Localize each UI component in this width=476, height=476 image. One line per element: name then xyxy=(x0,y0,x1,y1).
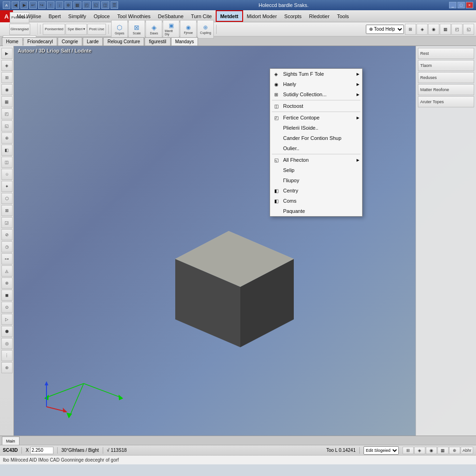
sidebar-btn-26[interactable]: ⋮ xyxy=(1,350,13,361)
tab-figurestil[interactable]: Reloug Conture xyxy=(103,37,144,46)
title-btn-10[interactable]: ◱ xyxy=(92,1,100,9)
menu-scorpts[interactable]: Scorpts xyxy=(281,10,305,22)
window-controls[interactable]: _ □ × xyxy=(449,2,473,8)
bottom-tab-main[interactable]: Main xyxy=(2,436,20,445)
tab-mandays[interactable]: figurestil xyxy=(145,37,170,46)
help-dropdown[interactable]: ⊕ Tood Help xyxy=(366,25,404,34)
btn-gopes[interactable]: ⬡Gopes xyxy=(111,20,128,39)
sidebar-btn-7[interactable]: ◱ xyxy=(1,120,13,132)
btn-fjmoe[interactable]: ◉Fjmoe xyxy=(180,20,197,39)
tb-right-6[interactable]: ◱ xyxy=(463,24,474,35)
close-button[interactable]: × xyxy=(466,2,473,8)
sidebar-btn-8[interactable]: ⊕ xyxy=(1,132,13,144)
sidebar-btn-18[interactable]: ⊶ xyxy=(1,253,13,264)
minimize-button[interactable]: _ xyxy=(449,2,456,8)
status-btn-5[interactable]: ⊕ xyxy=(449,447,460,454)
right-panel-btn-matter[interactable]: Matter Reofone xyxy=(418,84,474,95)
tb-right-1[interactable]: ⊞ xyxy=(405,24,416,35)
tab-friondecaryl[interactable]: Home xyxy=(2,37,23,46)
menu-oploce[interactable]: Oploce xyxy=(90,10,113,22)
maximize-button[interactable]: □ xyxy=(457,2,465,8)
right-panel-btn-rest[interactable]: Rest xyxy=(418,48,474,59)
right-panel-btn-aruter[interactable]: Aruter Topes xyxy=(418,96,474,107)
dropdown-item-gliupoy[interactable]: Гliupoy xyxy=(270,175,362,185)
title-btn-3[interactable]: ↩ xyxy=(29,1,37,9)
dropdown-item-centry[interactable]: ◧ Centry xyxy=(270,185,362,196)
menu-desbatune[interactable]: DeSbatune xyxy=(154,10,187,22)
btn-ponisented[interactable]: Ponisented xyxy=(43,24,65,35)
status-btn-1[interactable]: ⊞ xyxy=(403,447,414,454)
title-btn-8[interactable]: ▦ xyxy=(73,1,81,9)
title-btn-11[interactable]: ◫ xyxy=(101,1,109,9)
menu-metdett[interactable]: Metdett xyxy=(216,10,243,22)
tab-congrie[interactable]: Friondecaryl xyxy=(23,37,57,46)
dropdown-item-selip[interactable]: Selip xyxy=(270,165,362,175)
sidebar-btn-4[interactable]: ◉ xyxy=(1,84,13,95)
dropdown-item-sights[interactable]: ◈ Sights Tum F Tole xyxy=(270,69,362,79)
title-btn-7[interactable]: ⊕ xyxy=(65,1,72,9)
menu-midort[interactable]: Midort Moder xyxy=(243,10,281,22)
sidebar-btn-19[interactable]: ◬ xyxy=(1,265,13,277)
menu-rledotier[interactable]: Rledotier xyxy=(305,10,333,22)
btn-daws[interactable]: ◈Daws xyxy=(145,20,162,39)
sidebar-btn-10[interactable]: ◫ xyxy=(1,157,13,168)
btn-cupling[interactable]: ⊕Cupling xyxy=(197,20,214,39)
edit-dropdown[interactable]: Edit Slogeied xyxy=(364,446,399,455)
sidebar-btn-25[interactable]: ◎ xyxy=(1,338,13,349)
right-panel-btn-reduses[interactable]: Reduses xyxy=(418,72,474,83)
dropdown-item-cander[interactable]: Cander For Contion Shup xyxy=(270,133,362,143)
menu-mel[interactable]: Mel Wjilise xyxy=(13,10,45,22)
sidebar-btn-11[interactable]: ☆ xyxy=(1,169,13,180)
sidebar-btn-27[interactable]: ⊛ xyxy=(1,362,13,373)
dropdown-item-roctoost[interactable]: ◫ Roctoost xyxy=(270,101,362,111)
title-btn-6[interactable]: ↓ xyxy=(56,1,63,9)
menu-tool-win[interactable]: Tool Winothies xyxy=(113,10,154,22)
title-btn-5[interactable]: ↑ xyxy=(47,1,54,9)
dropdown-item-sutidiy[interactable]: ⊞ Sutidiy Collection... xyxy=(270,89,362,99)
btn-spe-bleri[interactable]: Spe Bleri ▾ xyxy=(66,24,86,35)
sidebar-btn-6[interactable]: ◰ xyxy=(1,108,13,119)
title-btn-4[interactable]: ↪ xyxy=(38,1,46,9)
sidebar-btn-12[interactable]: ✦ xyxy=(1,181,13,192)
tb-right-5[interactable]: ◰ xyxy=(451,24,463,35)
dropdown-item-oulier[interactable]: Oulier.. xyxy=(270,143,362,153)
coord-x-input[interactable] xyxy=(30,447,53,454)
dropdown-item-fertice[interactable]: ◰ Fertice Contope xyxy=(270,112,362,123)
sidebar-btn-13[interactable]: ⬡ xyxy=(1,193,13,204)
status-btn-2[interactable]: ◈ xyxy=(414,447,425,454)
btn-mantt[interactable]: ▣Mantt Diy xyxy=(163,20,179,39)
sidebar-btn-17[interactable]: ◷ xyxy=(1,241,13,252)
title-btn-1[interactable]: ◀ xyxy=(12,1,19,9)
status-btn-4[interactable]: ▦ xyxy=(437,447,449,454)
btn-post-use[interactable]: Post.Use xyxy=(87,24,106,35)
tb-right-3[interactable]: ◉ xyxy=(428,24,439,35)
status-btn-3[interactable]: ◉ xyxy=(426,447,437,454)
title-btn-9[interactable]: ◰ xyxy=(83,1,91,9)
title-btn-2[interactable]: ▶ xyxy=(20,1,28,9)
tab-reloug[interactable]: Larde xyxy=(83,37,103,46)
sidebar-btn-3[interactable]: ⊞ xyxy=(1,72,13,83)
status-btn-6[interactable]: Abhr xyxy=(461,447,473,454)
title-btn-12[interactable]: ☰ xyxy=(111,1,118,9)
btn-scale[interactable]: ⊠Scale xyxy=(128,20,145,39)
dropdown-item-coms[interactable]: ◧ Coms xyxy=(270,196,362,206)
dropdown-item-all-fhecton[interactable]: ◱ All Fhecton xyxy=(270,155,362,165)
sidebar-btn-2[interactable]: ◈ xyxy=(1,60,13,71)
menu-simplify[interactable]: Simplify xyxy=(65,10,90,22)
tab-larde[interactable]: Congrie xyxy=(58,37,82,46)
tab-mandays2[interactable]: Mandays xyxy=(171,37,198,46)
sidebar-btn-1[interactable]: ▶ xyxy=(1,48,13,59)
tb-right-4[interactable]: ▦ xyxy=(440,24,451,35)
sidebar-btn-15[interactable]: ◲ xyxy=(1,217,13,228)
menu-tools[interactable]: Tools xyxy=(333,10,353,22)
dropdown-item-paquante[interactable]: Paquante xyxy=(270,206,362,216)
dropdown-item-haely[interactable]: ◉ Haely xyxy=(270,79,362,89)
menu-turn-cite[interactable]: Turn Cite xyxy=(187,10,216,22)
sidebar-btn-22[interactable]: ⊙ xyxy=(1,302,13,313)
right-panel-btn-tlaom[interactable]: Tlaom xyxy=(418,60,474,71)
btn-glnrangiad[interactable]: Glnrangiad xyxy=(9,24,30,35)
menu-bpert[interactable]: Bpert xyxy=(45,10,65,22)
sidebar-btn-9[interactable]: ◧ xyxy=(1,145,13,156)
sidebar-btn-14[interactable]: ⊠ xyxy=(1,205,13,216)
tb-right-2[interactable]: ◈ xyxy=(416,24,428,35)
